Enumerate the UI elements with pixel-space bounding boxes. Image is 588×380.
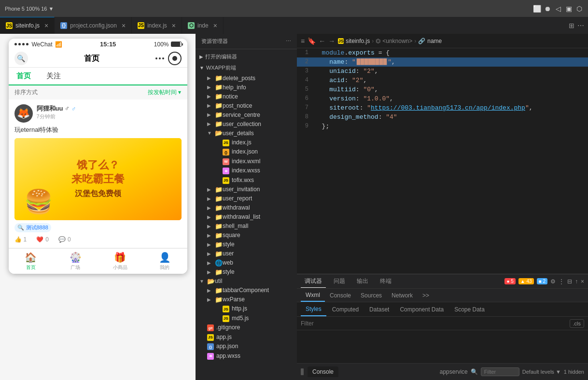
tree-index-json[interactable]: {} index.json bbox=[196, 147, 297, 157]
tree-post-notice[interactable]: ▶ 📁 post_notice bbox=[196, 101, 297, 110]
tree-style2[interactable]: ▶ 📁 style bbox=[196, 267, 297, 277]
tree-delete-posts[interactable]: ▶ 📁 delete_posts bbox=[196, 73, 297, 83]
tree-app-wxss[interactable]: ≋ app.wxss bbox=[196, 351, 297, 361]
devtools-tab-debugger[interactable]: 调试器 bbox=[301, 275, 326, 288]
tree-util[interactable]: ▼ 📂 util bbox=[196, 277, 297, 286]
tab-siteinfo[interactable]: JS siteinfo.js × bbox=[0, 17, 55, 34]
file-label: user_invitation bbox=[223, 186, 260, 193]
tree-index-js[interactable]: JS index.js bbox=[196, 138, 297, 147]
tree-tabbar-component[interactable]: ▶ 📁 tabbarComponent bbox=[196, 286, 297, 295]
tree-withdrawal[interactable]: ▶ 📁 withdrawal bbox=[196, 203, 297, 212]
devtools-tab-issues[interactable]: 问题 bbox=[330, 275, 349, 287]
tree-style[interactable]: ▶ 📁 style bbox=[196, 240, 297, 249]
wechat-tab-follow[interactable]: 关注 bbox=[39, 68, 69, 84]
tree-wx-parse[interactable]: ▶ 📁 wxParse bbox=[196, 295, 297, 304]
wxapp-section[interactable]: ▼ WXAPP前端 bbox=[196, 62, 297, 73]
post-tag[interactable]: 🔍 测试8888 bbox=[14, 223, 51, 232]
explorer-more-icon[interactable]: ⋯ bbox=[286, 38, 291, 44]
tree-tofix-wxs[interactable]: JS tofix.wxs bbox=[196, 175, 297, 185]
wechat-record-button[interactable] bbox=[168, 52, 182, 65]
tree-user[interactable]: ▶ 📁 user bbox=[196, 249, 297, 258]
json2-icon: {} bbox=[60, 22, 67, 29]
subtab-computed[interactable]: Computed bbox=[327, 302, 364, 316]
bookmark-icon[interactable]: 🔖 bbox=[308, 37, 316, 45]
tree-user-invitation[interactable]: ▶ 📁 user_invitation bbox=[196, 185, 297, 194]
devtools-wxml-tab[interactable]: Wxml bbox=[301, 289, 325, 302]
devtools-network-tab[interactable]: Network bbox=[387, 289, 418, 302]
settings-icon[interactable]: ⚙ bbox=[550, 278, 556, 285]
tree-app-js[interactable]: JS app.js bbox=[196, 332, 297, 342]
tree-service-centre[interactable]: ▶ 📁 service_centre bbox=[196, 110, 297, 119]
drag-handle[interactable] bbox=[301, 368, 304, 375]
tree-user-report[interactable]: ▶ 📁 user_report bbox=[196, 194, 297, 203]
default-levels-dropdown[interactable]: Default levels ▼ bbox=[522, 369, 561, 375]
breadcrumb-file[interactable]: siteinfo.js bbox=[346, 38, 370, 44]
close-inde-icon[interactable]: × bbox=[213, 22, 217, 29]
tab-inde[interactable]: ⬡ inde × bbox=[182, 17, 224, 34]
subtab-styles[interactable]: Styles bbox=[301, 302, 326, 316]
devtools-tab-output[interactable]: 输出 bbox=[353, 275, 372, 287]
tree-withdrawal-list[interactable]: ▶ 📁 withdrawal_list bbox=[196, 212, 297, 222]
tree-index-wxml[interactable]: W index.wxml bbox=[196, 156, 297, 166]
tree-notice[interactable]: ▶ 📁 notice bbox=[196, 92, 297, 101]
bottom-nav-me[interactable]: 👤 我的 bbox=[142, 252, 187, 271]
close-siteinfo-icon[interactable]: × bbox=[44, 22, 48, 29]
bottom-nav-shop[interactable]: 🎁 小商品 bbox=[98, 252, 143, 271]
filter-input[interactable] bbox=[301, 320, 570, 327]
devtools-sources-tab[interactable]: Sources bbox=[356, 289, 387, 302]
subtab-scope-data[interactable]: Scope Data bbox=[449, 302, 490, 316]
tree-md5-js[interactable]: JS md5.js bbox=[196, 313, 297, 323]
heart-action[interactable]: ❤️ 0 bbox=[36, 236, 49, 243]
breadcrumb-unknown[interactable]: <unknown> bbox=[382, 38, 412, 44]
phone-icon[interactable]: ⬜ bbox=[533, 5, 541, 13]
back-icon[interactable]: ← bbox=[319, 37, 325, 45]
tab-project-config[interactable]: {} project.config.json × bbox=[55, 17, 132, 34]
console-tab[interactable]: Console bbox=[308, 366, 338, 377]
tree-web[interactable]: ▶ 🌐 web bbox=[196, 258, 297, 267]
like-action[interactable]: 👍 1 bbox=[14, 236, 27, 243]
cls-button[interactable]: .cls bbox=[570, 319, 585, 328]
layout-toggle-icon[interactable]: ⊞ bbox=[569, 22, 574, 29]
more-tabs-icon[interactable]: ⋯ bbox=[577, 22, 584, 29]
close-devtools-icon[interactable]: × bbox=[581, 278, 584, 285]
devtools-more-tab[interactable]: >> bbox=[418, 289, 434, 302]
record-icon[interactable]: ⏺ bbox=[544, 5, 551, 13]
wechat-search-icon[interactable]: 🔍 bbox=[14, 52, 28, 65]
tree-help-info[interactable]: ▶ 📁 help_info bbox=[196, 83, 297, 92]
layout-icon[interactable]: ▣ bbox=[565, 5, 573, 13]
console-filter-input[interactable] bbox=[481, 367, 519, 376]
like-icon: 👍 bbox=[14, 236, 22, 243]
breadcrumb-name[interactable]: name bbox=[427, 38, 442, 44]
hamburger-icon[interactable]: ≡ bbox=[301, 37, 305, 45]
sort-value[interactable]: 按发帖时间 ▾ bbox=[148, 88, 181, 97]
window-icon[interactable]: ⬡ bbox=[575, 5, 583, 13]
tab-index[interactable]: JS index.js × bbox=[132, 17, 182, 34]
bottom-nav-home[interactable]: 🏠 首页 bbox=[9, 252, 54, 271]
wechat-more-button[interactable] bbox=[155, 57, 164, 59]
close-index-icon[interactable]: × bbox=[172, 22, 176, 29]
wechat-tab-home[interactable]: 首页 bbox=[9, 68, 39, 85]
open-editors-section[interactable]: ▶ 打开的编辑器 bbox=[196, 51, 297, 62]
tree-gitignore[interactable]: git .gitignore bbox=[196, 323, 297, 333]
comment-action[interactable]: 💬 0 bbox=[58, 236, 71, 243]
filter-icon[interactable]: 🔍 bbox=[471, 368, 478, 375]
tree-square[interactable]: ▶ 📁 square bbox=[196, 231, 297, 240]
devtools-console-tab[interactable]: Console bbox=[325, 289, 356, 302]
speaker-icon[interactable]: ◁ bbox=[554, 5, 562, 13]
tree-shell-mall[interactable]: ▶ 📁 shell_mall bbox=[196, 222, 297, 231]
more-icon[interactable]: ⋮ bbox=[559, 278, 564, 285]
tree-user-collection[interactable]: ▶ 📁 user_collection bbox=[196, 119, 297, 128]
expand-icon[interactable]: ↑ bbox=[575, 278, 578, 285]
forward-icon[interactable]: → bbox=[328, 37, 335, 45]
tree-index-wxss[interactable]: ≋ index.wxss bbox=[196, 166, 297, 176]
tree-app-json[interactable]: {} app.json bbox=[196, 342, 297, 352]
bottom-nav-square[interactable]: 🎡 广场 bbox=[53, 252, 98, 271]
error-badge: ● 5 bbox=[504, 278, 515, 284]
tree-user-details[interactable]: ▼ 📂 user_details bbox=[196, 128, 297, 138]
close-project-icon[interactable]: × bbox=[122, 22, 126, 29]
subtab-dataset[interactable]: Dataset bbox=[364, 302, 394, 316]
devtools-tab-terminal[interactable]: 终端 bbox=[376, 275, 395, 287]
split-icon[interactable]: ⊟ bbox=[567, 278, 572, 285]
tree-http-js[interactable]: JS http.js bbox=[196, 304, 297, 314]
subtab-component-data[interactable]: Component Data bbox=[395, 302, 448, 316]
